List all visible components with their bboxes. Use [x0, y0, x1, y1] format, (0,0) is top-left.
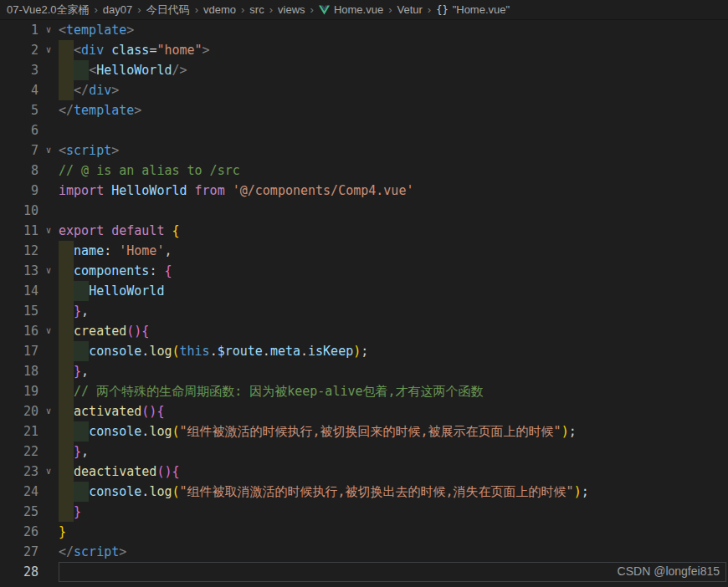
line-number[interactable]: 22: [0, 442, 38, 462]
line-number[interactable]: 25: [0, 502, 38, 522]
code-text[interactable]: </div>: [59, 80, 728, 100]
line-number[interactable]: 19: [0, 381, 38, 401]
code-text[interactable]: },: [59, 442, 728, 462]
code-text[interactable]: }: [59, 502, 728, 522]
line-number[interactable]: 15: [0, 301, 38, 321]
code-line[interactable]: 16∨ created(){: [0, 321, 728, 341]
line-number[interactable]: 8: [0, 161, 38, 181]
breadcrumb-item[interactable]: 今日代码: [146, 3, 190, 18]
code-text[interactable]: console.log("组件被取消激活的时候执行,被切换出去的时候,消失在页面…: [59, 482, 728, 502]
code-text[interactable]: <script>: [59, 140, 728, 161]
code-line[interactable]: 22 },: [0, 442, 728, 462]
code-line[interactable]: 25 }: [0, 502, 728, 522]
line-number[interactable]: 6: [0, 120, 38, 140]
code-line[interactable]: 13∨ components: {: [0, 261, 728, 281]
line-number[interactable]: 10: [0, 201, 38, 221]
code-text[interactable]: [59, 120, 728, 140]
line-number[interactable]: 1: [0, 20, 38, 40]
chevron-down-icon[interactable]: ∨: [38, 261, 59, 281]
chevron-down-icon[interactable]: ∨: [38, 401, 59, 421]
chevron-down-icon[interactable]: ∨: [38, 221, 59, 241]
code-line[interactable]: 26}: [0, 522, 728, 542]
code-line[interactable]: 6: [0, 120, 728, 140]
line-number[interactable]: 18: [0, 361, 38, 381]
code-line[interactable]: 8// @ is an alias to /src: [0, 161, 728, 181]
line-number[interactable]: 12: [0, 241, 38, 261]
line-number[interactable]: 4: [0, 80, 38, 100]
chevron-down-icon[interactable]: ∨: [38, 20, 59, 40]
code-text[interactable]: import HelloWorld from '@/components/Com…: [59, 181, 728, 201]
code-line[interactable]: 1∨<template>: [0, 20, 728, 40]
code-line[interactable]: 19 // 两个特殊的生命周期函数: 因为被keep-alive包着,才有这两个…: [0, 381, 728, 401]
code-text[interactable]: deactivated(){: [59, 462, 728, 482]
chevron-down-icon[interactable]: ∨: [38, 462, 59, 482]
code-text[interactable]: console.log(this.$route.meta.isKeep);: [59, 341, 728, 361]
line-number[interactable]: 7: [0, 140, 38, 161]
code-line[interactable]: 23∨ deactivated(){: [0, 462, 728, 482]
breadcrumb-item[interactable]: 07-Vue2.0全家桶: [7, 3, 90, 18]
breadcrumb-item[interactable]: Home.vue: [319, 3, 383, 16]
code-line[interactable]: 20∨ activated(){: [0, 401, 728, 421]
code-text[interactable]: console.log("组件被激活的时候执行,被切换回来的时候,被展示在页面上…: [59, 421, 728, 442]
code-line[interactable]: 17 console.log(this.$route.meta.isKeep);: [0, 341, 728, 361]
code-text[interactable]: HelloWorld: [59, 281, 728, 301]
line-number[interactable]: 13: [0, 261, 38, 281]
code-line[interactable]: 3 <HelloWorld/>: [0, 60, 728, 80]
code-line[interactable]: 10: [0, 201, 728, 221]
code-text[interactable]: },: [59, 301, 728, 321]
line-number[interactable]: 9: [0, 181, 38, 201]
code-text[interactable]: <HelloWorld/>: [59, 60, 728, 80]
line-number[interactable]: 27: [0, 542, 38, 562]
chevron-down-icon[interactable]: ∨: [38, 321, 59, 341]
code-text[interactable]: // @ is an alias to /src: [59, 161, 728, 181]
code-text[interactable]: created(){: [59, 321, 728, 341]
line-number[interactable]: 20: [0, 401, 38, 421]
chevron-down-icon[interactable]: ∨: [38, 40, 59, 60]
line-number[interactable]: 11: [0, 221, 38, 241]
code-line[interactable]: 15 },: [0, 301, 728, 321]
code-line[interactable]: 2∨ <div class="home">: [0, 40, 728, 60]
code-text[interactable]: },: [59, 361, 728, 381]
code-line[interactable]: 9import HelloWorld from '@/components/Co…: [0, 181, 728, 201]
code-editor[interactable]: 1∨<template>2∨ <div class="home">3 <Hell…: [0, 20, 728, 582]
code-text[interactable]: </template>: [59, 100, 728, 120]
code-line[interactable]: 24 console.log("组件被取消激活的时候执行,被切换出去的时候,消失…: [0, 482, 728, 502]
code-text[interactable]: <div class="home">: [59, 40, 728, 60]
breadcrumb-item[interactable]: {}"Home.vue": [436, 3, 510, 16]
code-line[interactable]: 7∨<script>: [0, 140, 728, 161]
code-text[interactable]: export default {: [59, 221, 728, 241]
breadcrumb-item[interactable]: views: [278, 3, 305, 16]
line-number[interactable]: 2: [0, 40, 38, 60]
code-line[interactable]: 18 },: [0, 361, 728, 381]
code-text[interactable]: [59, 201, 728, 221]
code-text[interactable]: }: [59, 522, 728, 542]
code-text[interactable]: activated(){: [59, 401, 728, 421]
code-line[interactable]: 27</script>: [0, 542, 728, 562]
code-line[interactable]: 14 HelloWorld: [0, 281, 728, 301]
code-text[interactable]: </script>: [59, 542, 728, 562]
line-number[interactable]: 28: [0, 562, 38, 582]
line-number[interactable]: 16: [0, 321, 38, 341]
chevron-down-icon[interactable]: ∨: [38, 140, 59, 161]
code-line[interactable]: 4 </div>: [0, 80, 728, 100]
breadcrumb-item[interactable]: src: [249, 3, 264, 16]
code-line[interactable]: 12 name: 'Home',: [0, 241, 728, 261]
line-number[interactable]: 17: [0, 341, 38, 361]
code-line[interactable]: 11∨export default {: [0, 221, 728, 241]
breadcrumb-item[interactable]: day07: [103, 3, 132, 16]
code-text[interactable]: components: {: [59, 261, 728, 281]
line-number[interactable]: 14: [0, 281, 38, 301]
breadcrumb-item[interactable]: Vetur: [397, 3, 422, 16]
line-number[interactable]: 26: [0, 522, 38, 542]
code-text[interactable]: name: 'Home',: [59, 241, 728, 261]
line-number[interactable]: 24: [0, 482, 38, 502]
breadcrumb-item[interactable]: vdemo: [203, 3, 236, 16]
line-number[interactable]: 23: [0, 462, 38, 482]
code-text[interactable]: // 两个特殊的生命周期函数: 因为被keep-alive包着,才有这两个函数: [59, 381, 728, 401]
code-line[interactable]: 21 console.log("组件被激活的时候执行,被切换回来的时候,被展示在…: [0, 421, 728, 442]
line-number[interactable]: 3: [0, 60, 38, 80]
line-number[interactable]: 21: [0, 421, 38, 442]
line-number[interactable]: 5: [0, 100, 38, 120]
code-text[interactable]: <template>: [59, 20, 728, 40]
code-line[interactable]: 5</template>: [0, 100, 728, 120]
